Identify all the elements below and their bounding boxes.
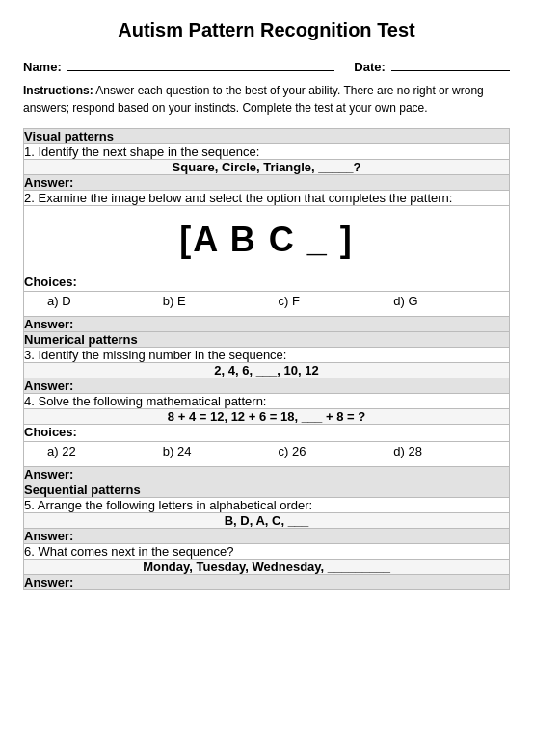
question-1-centered: Square, Circle, Triangle, _____? [24, 160, 510, 175]
question-2-pattern: [A B C _ ] [24, 206, 510, 274]
choice-2b: b) E [155, 294, 271, 308]
question-3-centered: 2, 4, 6, ___, 10, 12 [24, 363, 510, 378]
answer-3-label: Answer: [24, 378, 510, 394]
question-4-centered: 8 + 4 = 12, 12 + 6 = 18, ___ + 8 = ? [24, 409, 510, 425]
choice-4c: c) 26 [271, 444, 386, 458]
choice-4b: b) 24 [155, 444, 271, 458]
choices-4-label: Choices: [24, 425, 510, 442]
choice-2c: c) F [271, 294, 386, 308]
choices-2-items: a) D b) E c) F d) G [24, 292, 510, 317]
question-4-centered-row: 8 + 4 = 12, 12 + 6 = 18, ___ + 8 = ? [24, 409, 510, 425]
choices-2-label: Choices: [24, 274, 510, 292]
question-3-text: 3. Identify the missing number in the se… [24, 348, 510, 363]
question-2-text: 2. Examine the image below and select th… [24, 191, 510, 206]
date-field[interactable] [391, 56, 510, 71]
question-1-text: 1. Identify the next shape in the sequen… [24, 144, 510, 160]
question-1-row: 1. Identify the next shape in the sequen… [24, 144, 510, 160]
answer-2-label: Answer: [24, 317, 510, 332]
choices-4-items: a) 22 b) 24 c) 26 d) 28 [24, 442, 510, 467]
answer-2-row: Answer: [24, 317, 510, 332]
question-4-text: 4. Solve the following mathematical patt… [24, 394, 510, 409]
section-visual-title: Visual patterns [24, 129, 510, 144]
question-2-large-pattern-row: [A B C _ ] [24, 206, 510, 274]
instructions: Instructions: Answer each question to th… [23, 82, 510, 117]
question-6-text: 6. What comes next in the sequence? [24, 544, 510, 560]
choices-2-label-row: Choices: [24, 274, 510, 292]
answer-5-label: Answer: [24, 529, 510, 544]
section-numerical-title: Numerical patterns [24, 332, 510, 348]
choice-2a: a) D [32, 294, 155, 308]
answer-3-row: Answer: [24, 378, 510, 394]
test-table: Visual patterns 1. Identify the next sha… [23, 128, 510, 590]
section-visual-header: Visual patterns [24, 129, 510, 144]
choice-2d: d) G [386, 294, 501, 308]
answer-5-row: Answer: [24, 529, 510, 544]
question-2-row: 2. Examine the image below and select th… [24, 191, 510, 206]
answer-4-label: Answer: [24, 467, 510, 482]
answer-1-row: Answer: [24, 175, 510, 191]
question-5-text: 5. Arrange the following letters in alph… [24, 498, 510, 513]
instructions-bold: Instructions: [23, 84, 93, 97]
choices-2-row: a) D b) E c) F d) G [24, 292, 510, 317]
choice-4a: a) 22 [32, 444, 155, 458]
question-4-row: 4. Solve the following mathematical patt… [24, 394, 510, 409]
page-title: Autism Pattern Recognition Test [23, 17, 510, 42]
question-5-centered-row: B, D, A, C, ___ [24, 513, 510, 529]
date-label: Date: [354, 60, 386, 74]
answer-4-row: Answer: [24, 467, 510, 482]
section-numerical-header: Numerical patterns [24, 332, 510, 348]
answer-6-label: Answer: [24, 575, 510, 590]
choices-4-label-row: Choices: [24, 425, 510, 442]
answer-6-row: Answer: [24, 575, 510, 590]
question-3-centered-row: 2, 4, 6, ___, 10, 12 [24, 363, 510, 378]
question-1-centered-row: Square, Circle, Triangle, _____? [24, 160, 510, 175]
answer-1-label: Answer: [24, 175, 510, 191]
choices-4-row: a) 22 b) 24 c) 26 d) 28 [24, 442, 510, 467]
question-3-row: 3. Identify the missing number in the se… [24, 348, 510, 363]
name-field[interactable] [67, 56, 335, 71]
question-6-row: 6. What comes next in the sequence? [24, 544, 510, 560]
section-sequential-title: Sequential patterns [24, 482, 510, 498]
question-5-row: 5. Arrange the following letters in alph… [24, 498, 510, 513]
name-label: Name: [23, 60, 62, 74]
section-sequential-header: Sequential patterns [24, 482, 510, 498]
question-6-centered-row: Monday, Tuesday, Wednesday, _________ [24, 560, 510, 575]
choice-4d: d) 28 [386, 444, 501, 458]
question-6-centered: Monday, Tuesday, Wednesday, _________ [24, 560, 510, 575]
question-5-centered: B, D, A, C, ___ [24, 513, 510, 529]
